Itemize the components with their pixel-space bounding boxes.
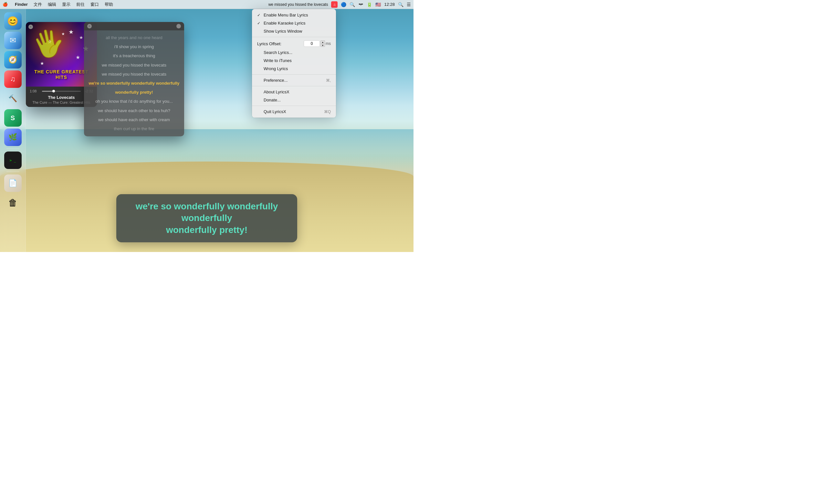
menubar-window[interactable]: 窗口 <box>91 2 99 7</box>
finder-icon: 😊 <box>7 16 18 27</box>
lyrics-minimize-button[interactable] <box>177 24 181 29</box>
wrong-lyrics-label: Wrong Lyrics <box>263 66 288 71</box>
close-icon: ✕ <box>30 25 32 29</box>
mail-icon: ✉ <box>10 36 16 45</box>
progress-bar[interactable] <box>42 91 81 92</box>
menu-item-about[interactable]: ✓ About LyricsX <box>252 88 336 96</box>
menu-item-donate[interactable]: ✓ Donate... <box>252 96 336 104</box>
enable-karaoke-label: Enable Karaoke Lyrics <box>263 21 306 26</box>
menu-separator-1 <box>252 37 336 37</box>
karaoke-line-1: we're so wonderfully wonderfully wonderf… <box>126 201 288 224</box>
lyric-line-7: wonderfully pretty! <box>87 88 182 97</box>
show-window-label: Show Lyrics Window <box>263 29 302 34</box>
dock-item-safari[interactable]: 🧭 <box>4 51 21 68</box>
offset-stepper-down-button[interactable]: ▼ <box>321 44 325 47</box>
menu-lyrics-offset-row: Lyrics Offset: ▲ ▼ ms <box>252 39 336 48</box>
offset-stepper-up-button[interactable]: ▲ <box>321 40 325 44</box>
offset-unit-label: ms <box>326 41 331 46</box>
offset-stepper: ▲ ▼ <box>321 40 325 47</box>
music-menu-icon[interactable]: ♫ <box>331 1 338 8</box>
pdf-icon: 📄 <box>8 179 17 187</box>
battery-icon: 🔋 <box>367 2 372 7</box>
lyric-line-1: all the years and no one heard <box>87 34 182 42</box>
trash-icon: 🗑 <box>8 197 17 208</box>
lyric-line-5: we missed you hissed the lovecats <box>87 70 182 79</box>
menu-item-preference[interactable]: ✓ Preference... ⌘, <box>252 76 336 84</box>
dock-item-tree[interactable]: 🌿 <box>4 129 21 146</box>
apps-icon: S <box>11 114 15 122</box>
menu-item-wrong-lyrics[interactable]: ✓ Wrong Lyrics <box>252 65 336 73</box>
dock-item-pdf[interactable]: 📄 <box>4 174 21 192</box>
checkmark-icon: ✓ <box>257 13 262 17</box>
terminal-icon: > _ <box>10 158 16 162</box>
dock-item-terminal[interactable]: > _ <box>4 152 21 169</box>
menubar-left: 🍎 Finder 文件 编辑 显示 前往 窗口 帮助 <box>3 2 113 7</box>
write-itunes-label: Write to iTunes <box>263 58 292 63</box>
karaoke-overlay: we're so wonderfully wonderfully wonderf… <box>116 194 297 242</box>
lyrics-titlebar: ✕ <box>84 22 184 31</box>
menu-separator-2 <box>252 74 336 74</box>
search-lyrics-label: Search Lyrics... <box>263 50 292 55</box>
dock-item-mail[interactable]: ✉ <box>4 32 21 49</box>
dock-item-trash[interactable]: 🗑 <box>4 194 21 211</box>
dock-item-finder[interactable]: 😊 <box>4 12 21 30</box>
control-center-icon[interactable]: ☰ <box>407 2 411 7</box>
lyric-line-4: we missed you hissed the lovecats <box>87 61 182 69</box>
dock-item-xcode[interactable]: 🔨 <box>4 90 21 107</box>
menubar-right: we missed you hissed the lovecats ♫ 🔵 🔍 … <box>269 1 411 8</box>
clock: 12:28 <box>384 2 395 7</box>
music-app-icon: ♫ <box>10 75 15 83</box>
menubar: 🍎 Finder 文件 编辑 显示 前往 窗口 帮助 we missed you… <box>0 0 414 9</box>
lyricsx-dropdown-menu: ✓ Enable Menu Bar Lyrics ✓ Enable Karaok… <box>252 9 336 117</box>
lyrics-content: all the years and no one heard i'll show… <box>84 31 184 136</box>
menu-item-search-lyrics[interactable]: ✓ Search Lyrics... <box>252 48 336 56</box>
search-status-icon: 🔵 <box>341 2 346 7</box>
menu-separator-3 <box>252 86 336 86</box>
offset-input-group: ▲ ▼ ms <box>304 40 331 47</box>
lyric-line-6: we're so wonderfully wonderfully wonderf… <box>87 79 182 88</box>
menu-item-write-itunes[interactable]: ✓ Write to iTunes <box>252 56 336 65</box>
dock-item-apps[interactable]: S <box>4 109 21 127</box>
quit-label: Quit LyricsX <box>263 109 286 114</box>
lyrics-close-button[interactable]: ✕ <box>87 24 92 29</box>
spotlight-search-icon[interactable]: 🔍 <box>398 2 403 7</box>
spotlight-icon[interactable]: 🔍 <box>349 2 355 7</box>
apple-menu[interactable]: 🍎 <box>3 2 8 7</box>
menu-item-show-window[interactable]: ✓ Show Lyrics Window <box>252 27 336 35</box>
preference-label: Preference... <box>263 78 288 83</box>
menu-item-quit[interactable]: ✓ Quit LyricsX ⌘Q <box>252 108 336 116</box>
music-player-close-btn[interactable]: ✕ <box>29 24 33 29</box>
lyric-line-2: i'll show you in spring <box>87 43 182 51</box>
close-icon: ✕ <box>88 24 91 28</box>
input-icon: 🇺🇸 <box>375 2 381 7</box>
dock-divider <box>6 149 19 149</box>
menubar-edit[interactable]: 编辑 <box>48 2 56 7</box>
lyrics-offset-label: Lyrics Offset: <box>257 41 281 46</box>
music-progress-bar: 1:08 -2:32 <box>30 89 93 93</box>
menubar-view[interactable]: 显示 <box>62 2 70 7</box>
progress-time-current: 1:08 <box>30 89 39 93</box>
menubar-file[interactable]: 文件 <box>34 2 42 7</box>
progress-thumb <box>52 90 55 92</box>
track-title: The Lovecats <box>30 95 93 100</box>
menu-item-enable-karaoke[interactable]: ✓ Enable Karaoke Lyrics <box>252 19 336 27</box>
lyric-line-11: then curl up in the fire <box>87 125 182 133</box>
menubar-finder[interactable]: Finder <box>15 2 28 7</box>
offset-input-field[interactable] <box>304 40 320 47</box>
enable-menubar-label: Enable Menu Bar Lyrics <box>263 13 308 17</box>
dock-item-music[interactable]: ♫ <box>4 70 21 88</box>
tree-icon: 🌿 <box>8 133 17 142</box>
preference-shortcut: ⌘, <box>326 78 331 83</box>
progress-fill <box>42 91 54 92</box>
track-artist: The Cure — The Cure: Greatest Hits <box>30 100 93 104</box>
menu-separator-4 <box>252 106 336 106</box>
quit-shortcut: ⌘Q <box>324 109 331 114</box>
lyric-line-3: it's a treacherous thing <box>87 52 182 60</box>
karaoke-line-2: wonderfully pretty! <box>126 224 288 236</box>
lyric-line-10: we should have each other with cream <box>87 116 182 124</box>
menubar-help[interactable]: 帮助 <box>105 2 113 7</box>
menubar-go[interactable]: 前往 <box>76 2 85 7</box>
menubar-song-title: we missed you hissed the lovecats <box>269 2 328 7</box>
lyric-line-9: we should have each other to tea huh? <box>87 107 182 115</box>
menu-item-enable-menubar[interactable]: ✓ Enable Menu Bar Lyrics <box>252 11 336 19</box>
